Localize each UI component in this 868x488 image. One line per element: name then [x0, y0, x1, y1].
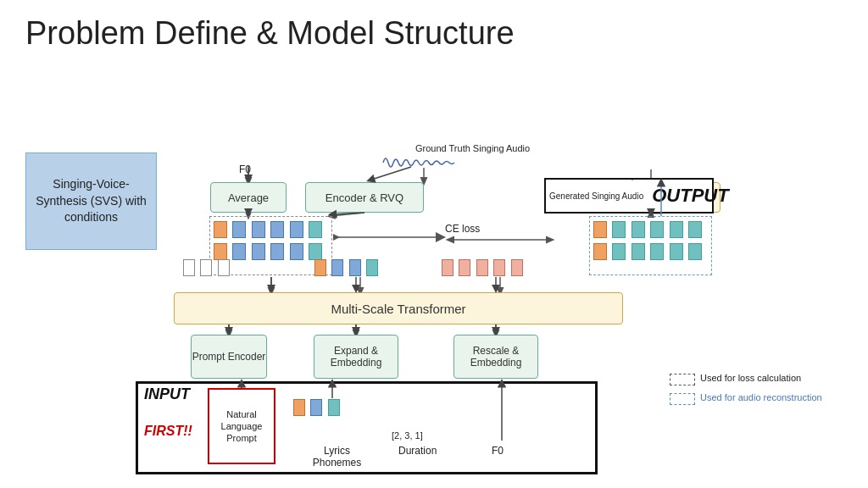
svg-line-3	[331, 213, 364, 216]
svs-box: Singing-Voice-Synthesis (SVS) with condi…	[25, 152, 157, 250]
legend-box: Used for loss calculation Used for audio…	[670, 373, 826, 412]
svg-line-19	[331, 213, 364, 214]
page-title: Problem Define & Model Structure	[25, 15, 515, 52]
legend-loss-icon	[670, 374, 695, 385]
nlp-box: Natural Language Prompt	[208, 388, 275, 464]
ce-loss-arrow	[333, 229, 448, 246]
f0-bottom-label: F0	[492, 445, 504, 457]
output-box: Generated Singing Audio OUTPUT	[544, 178, 714, 214]
gt-waveform	[381, 152, 458, 174]
legend-loss-text: Used for loss calculation	[700, 373, 801, 383]
expand-embed-box: Expand & Embedding	[314, 335, 398, 379]
encoder-rvq-box: Encoder & RVQ	[305, 182, 424, 213]
output-label: OUTPUT	[652, 185, 728, 207]
diagram-container: Singing-Voice-Synthesis (SVS) with condi…	[25, 85, 839, 474]
prompt-encoder-box: Prompt Encoder	[191, 335, 267, 379]
lyrics-blocks	[292, 398, 341, 417]
legend-recon-item: Used for audio reconstruction	[670, 392, 826, 405]
rescale-tokens	[441, 258, 524, 277]
legend-recon-text: Used for audio reconstruction	[700, 392, 822, 402]
rescale-embed-box: Rescale & Embedding	[453, 335, 538, 379]
first-label: FIRST!!	[144, 424, 192, 439]
lyrics-label: Lyrics Phonemes	[305, 445, 369, 469]
legend-loss-item: Used for loss calculation	[670, 373, 826, 385]
prompt-tokens	[182, 258, 231, 277]
legend-recon-icon	[670, 393, 695, 405]
ce-loss-label: CE loss	[445, 223, 480, 235]
f0-label: F0	[239, 164, 251, 175]
duration-label: Duration	[398, 445, 437, 457]
token-grid-right	[589, 216, 712, 275]
duration-value: [2, 3, 1]	[392, 430, 423, 441]
generated-audio-label: Generated Singing Audio	[549, 191, 643, 202]
average-box: Average	[210, 182, 287, 213]
input-label: INPUT	[144, 385, 190, 403]
expand-tokens	[314, 258, 379, 277]
mst-box: Multi-Scale Transformer	[174, 292, 623, 324]
